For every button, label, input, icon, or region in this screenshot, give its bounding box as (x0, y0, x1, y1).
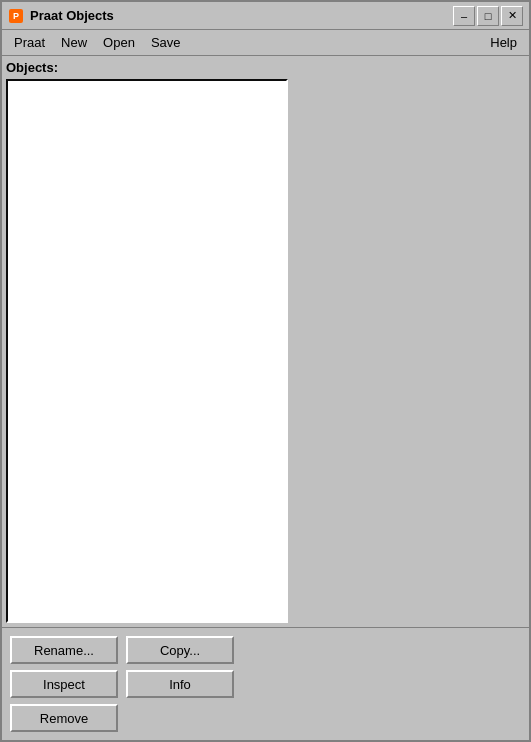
close-button[interactable]: ✕ (501, 6, 523, 26)
rename-button[interactable]: Rename... (10, 636, 118, 664)
button-row-1: Rename... Copy... (10, 636, 521, 664)
main-window: P Praat Objects – □ ✕ Praat New Open Sav… (0, 0, 531, 742)
objects-list[interactable] (6, 79, 288, 623)
minimize-button[interactable]: – (453, 6, 475, 26)
info-button[interactable]: Info (126, 670, 234, 698)
app-icon: P (8, 8, 24, 24)
bottom-bar: Rename... Copy... Inspect Info Remove (2, 627, 529, 740)
objects-label: Objects: (6, 60, 288, 75)
remove-button[interactable]: Remove (10, 704, 118, 732)
menu-help[interactable]: Help (482, 33, 525, 52)
button-row-3: Remove (10, 704, 521, 732)
menu-save[interactable]: Save (143, 33, 189, 52)
window-title: Praat Objects (30, 8, 453, 23)
right-panel (292, 56, 529, 627)
copy-button[interactable]: Copy... (126, 636, 234, 664)
menu-open[interactable]: Open (95, 33, 143, 52)
maximize-button[interactable]: □ (477, 6, 499, 26)
menu-praat[interactable]: Praat (6, 33, 53, 52)
content-area: Objects: (2, 56, 529, 627)
window-controls: – □ ✕ (453, 6, 523, 26)
left-panel: Objects: (2, 56, 292, 627)
menu-new[interactable]: New (53, 33, 95, 52)
title-bar: P Praat Objects – □ ✕ (2, 2, 529, 30)
menu-bar: Praat New Open Save Help (2, 30, 529, 56)
inspect-button[interactable]: Inspect (10, 670, 118, 698)
button-row-2: Inspect Info (10, 670, 521, 698)
